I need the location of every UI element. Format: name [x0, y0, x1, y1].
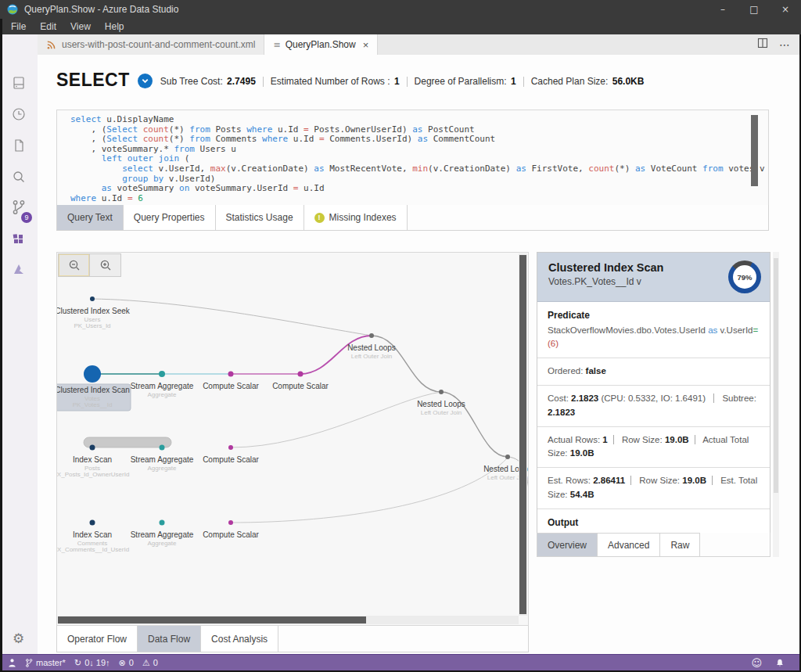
plan-node-label: Clustered Index Seek [57, 307, 131, 315]
sql-scrollbar[interactable] [751, 115, 758, 186]
query-text-panel: select u.DisplayName , (Select count(*) … [56, 110, 769, 206]
plan-node[interactable] [298, 372, 304, 377]
warning-icon: ⚠ [142, 658, 150, 668]
tab-overview[interactable]: Overview [537, 533, 598, 557]
connections-icon[interactable] [11, 75, 27, 94]
sql-line: as voteSummary on voteSummary.UserId = u… [70, 184, 768, 194]
plan-node[interactable] [159, 371, 165, 377]
plan-node[interactable] [90, 520, 95, 526]
operator-title: SELECT [56, 70, 130, 91]
window-edge [0, 19, 2, 672]
split-editor-icon[interactable] [757, 38, 768, 52]
branch-name: master* [36, 658, 66, 667]
editor-tab-xml[interactable]: users-with-post-count-and-comment-count.… [38, 34, 264, 55]
plan-node[interactable] [439, 390, 444, 394]
editor-scrollbar[interactable] [773, 252, 779, 557]
close-button[interactable]: × [770, 0, 801, 19]
problems-indicator[interactable]: ⊗ 0 ⚠ 0 [119, 658, 158, 668]
plan-node[interactable] [90, 445, 95, 451]
warning-icon: ! [314, 213, 325, 223]
close-tab-icon[interactable]: × [363, 39, 369, 51]
tab-label: QueryPlan.Show [286, 39, 356, 50]
tab-data-flow[interactable]: Data Flow [138, 626, 201, 652]
plan-edge[interactable] [231, 458, 508, 523]
query-plan-canvas[interactable]: Clustered Index SeekUsersPK_Users_IdClus… [56, 252, 529, 626]
plan-node[interactable] [90, 296, 95, 301]
plan-node-sublabel: IX_Posts_Id_OwnerUserId [57, 471, 129, 478]
remote-indicator-icon[interactable] [8, 658, 16, 668]
plan-node-label: Stream Aggregate [131, 530, 194, 539]
plan-edge[interactable] [92, 299, 372, 336]
menu-edit[interactable]: Edit [33, 21, 63, 32]
tab-cost-analysis[interactable]: Cost Analysis [201, 626, 278, 652]
separator [523, 77, 524, 87]
maximize-button[interactable]: □ [738, 0, 770, 19]
minimize-button[interactable]: – [707, 0, 738, 19]
tabstrip-filler [700, 533, 770, 557]
tab-advanced[interactable]: Advanced [598, 533, 660, 557]
status-bar: master* ↻ 0↓ 19↑ ⊗ 0 ⚠ 0 ☺ [0, 654, 801, 670]
chevron-down-icon[interactable] [138, 74, 153, 88]
app-icon [7, 4, 18, 15]
tab-statistics-usage[interactable]: Statistics Usage [216, 205, 304, 231]
operator-details-header: Clustered Index Scan Votes.PK_Votes__Id … [537, 253, 770, 302]
plan-node-sublabel: PK_Users_Id [74, 322, 110, 329]
azure-icon[interactable] [11, 261, 27, 280]
git-sync-indicator[interactable]: ↻ 0↓ 19↑ [74, 658, 110, 668]
error-icon: ⊗ [119, 658, 126, 668]
tab-operator-flow[interactable]: Operator Flow [56, 626, 138, 652]
plan-node-sublabel: Aggregate [148, 465, 177, 472]
plan-node-label: Compute Scalar [203, 382, 259, 390]
plan-node[interactable] [228, 520, 233, 525]
notebooks-icon[interactable] [11, 138, 27, 156]
plan-view-tabs: Operator FlowData FlowCost Analysis [56, 626, 529, 652]
tab-query-properties[interactable]: Query Properties [124, 205, 216, 231]
menu-help[interactable]: Help [98, 21, 131, 32]
plan-edge-capsule[interactable] [84, 437, 171, 447]
plan-node[interactable] [228, 372, 234, 377]
warning-count: 0 [153, 658, 158, 667]
feedback-smiley-icon[interactable]: ☺ [751, 657, 762, 669]
tab-query-text[interactable]: Query Text [56, 205, 124, 231]
plan-node[interactable] [84, 365, 101, 383]
settings-gear-icon[interactable]: ⚙ [0, 631, 37, 646]
task-history-icon[interactable] [11, 106, 27, 125]
plan-node-sublabel: Aggregate [148, 391, 177, 398]
more-actions-icon[interactable]: ⋯ [779, 38, 790, 51]
app-window: QueryPlan.Show - Azure Data Studio – □ ×… [0, 0, 801, 672]
operator-name: Clustered Index Scan [548, 261, 759, 274]
plan-node[interactable] [228, 445, 233, 450]
notifications-bell-icon[interactable] [775, 658, 785, 668]
plan-node[interactable] [505, 455, 510, 459]
separator [263, 77, 264, 87]
operator-object: Votes.PK_Votes__Id v [548, 276, 759, 287]
zoom-in-button[interactable] [90, 253, 121, 277]
tab-raw[interactable]: Raw [660, 533, 700, 557]
plan-node[interactable] [160, 520, 165, 526]
tab-missing-indexes[interactable]: !Missing Indexes [304, 205, 408, 231]
zoom-out-button[interactable] [58, 253, 90, 277]
plan-node[interactable] [369, 333, 374, 338]
window-title: QueryPlan.Show - Azure Data Studio [24, 4, 178, 15]
search-icon[interactable] [11, 169, 27, 188]
extensions-icon[interactable] [11, 232, 27, 250]
header-stat: Estimated Number of Rows : 1 [271, 76, 400, 87]
plan-node-label: Compute Scalar [272, 382, 329, 390]
source-control-icon[interactable]: 9 [10, 199, 27, 219]
xml-feed-icon [46, 40, 56, 50]
plan-edge[interactable] [231, 392, 441, 447]
menu-file[interactable]: File [4, 21, 33, 32]
detail-row: Cost: 2.1823 (CPU: 0.5332, IO: 1.6491) S… [537, 386, 770, 427]
query-detail-tabs: Query TextQuery PropertiesStatistics Usa… [56, 205, 769, 231]
sync-counts: 0↓ 19↑ [84, 658, 110, 667]
editor-tab-queryplan[interactable]: ≡ QueryPlan.Show × [264, 34, 378, 55]
menu-view[interactable]: View [63, 21, 98, 32]
plan-node[interactable] [160, 445, 165, 451]
plan-vertical-scrollbar[interactable] [519, 253, 527, 616]
plan-node-label: Index Scan [73, 455, 112, 464]
plan-horizontal-scrollbar[interactable] [58, 616, 519, 624]
plan-graph[interactable]: Clustered Index SeekUsersPK_Users_IdClus… [57, 253, 529, 626]
detail-row: Actual Rows: 1 Row Size: 19.0B Actual To… [537, 427, 770, 469]
plan-node-label: Index Scan [73, 530, 112, 539]
git-branch-indicator[interactable]: master* [25, 658, 66, 668]
